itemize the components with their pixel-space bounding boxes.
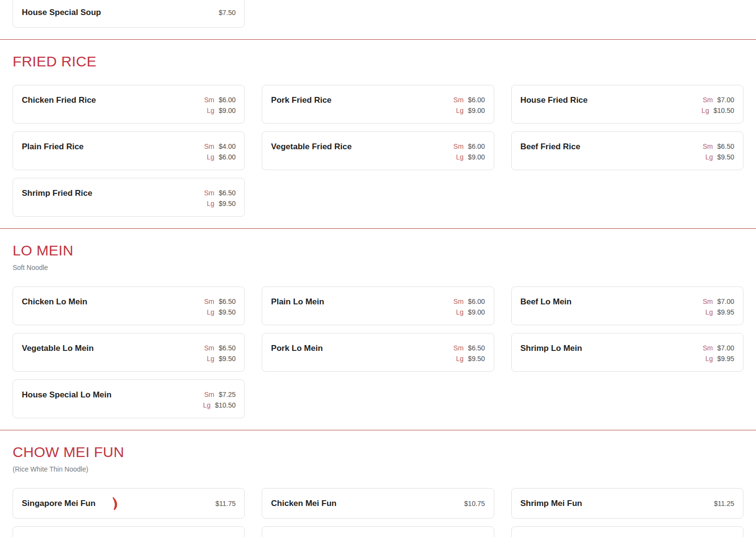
menu-grid: House Special Soup$7.50 (13, 0, 743, 28)
menu-item-card[interactable]: Vegetable Lo MeinSm$6.50Lg$9.50 (13, 333, 245, 372)
menu-item-prices: Sm$6.00Lg$9.00 (199, 95, 236, 116)
menu-item-title-wrap: Vegetable Fried Rice (271, 141, 351, 153)
size-label-sm: Sm (454, 96, 464, 104)
menu-item-prices: Sm$6.50Lg$9.50 (199, 296, 236, 317)
menu-item-title-wrap: Shrimp Mei Fun (520, 498, 583, 509)
price-line-sm: Sm$6.50 (204, 188, 236, 198)
section-content: House Special Soup$7.50 (0, 0, 756, 28)
menu-section-chow-mei-fun: CHOW MEI FUN(Rice White Thin Noodle)Sing… (0, 430, 756, 537)
menu-grid: Chicken Lo MeinSm$6.50Lg$9.50Plain Lo Me… (13, 286, 743, 418)
size-label-sm: Sm (204, 189, 214, 197)
price-line-lg: Lg$9.00 (454, 307, 485, 317)
size-label-lg: Lg (705, 355, 713, 363)
menu-item-price-lg: $9.50 (468, 355, 485, 363)
menu-grid: Chicken Fried RiceSm$6.00Lg$9.00Pork Fri… (13, 85, 743, 217)
menu-item-price-sm: $6.50 (468, 344, 485, 352)
menu-item-price: $7.50 (219, 7, 236, 18)
size-label-sm: Sm (204, 344, 214, 352)
price-line-lg: Lg$9.50 (204, 307, 236, 317)
menu-item-name: Plain Fried Rice (22, 141, 84, 153)
size-label-sm: Sm (703, 344, 713, 352)
section-divider (0, 430, 756, 430)
menu-item-price: $11.75 (216, 498, 236, 509)
size-label-lg: Lg (203, 401, 211, 409)
menu-item-prices: Sm$6.50Lg$9.50 (199, 343, 236, 364)
size-label-sm: Sm (204, 391, 214, 398)
size-label-lg: Lg (207, 355, 215, 363)
menu-item-card[interactable]: Pork Fried RiceSm$6.00Lg$9.00 (262, 85, 494, 124)
menu-item-card[interactable]: Singapore Mei Fun$11.75 (13, 488, 245, 519)
menu-item-price-sm: $6.50 (717, 142, 734, 150)
menu-item-card[interactable] (511, 526, 743, 537)
menu-item-title-wrap: Vegetable Lo Mein (22, 343, 94, 354)
price-line-lg: Lg$9.50 (204, 198, 236, 209)
menu-item-title-wrap: House Special Soup (22, 7, 101, 18)
menu-item-name: Chicken Mei Fun (271, 498, 336, 509)
menu-item-price-lg: $9.00 (468, 107, 485, 114)
size-label-sm: Sm (204, 96, 214, 104)
menu-item-name: Pork Fried Rice (271, 95, 331, 106)
menu-item-card[interactable]: Chicken Fried RiceSm$6.00Lg$9.00 (13, 85, 245, 124)
price-line-sm: Sm$6.00 (454, 296, 485, 307)
menu-grid: Singapore Mei Fun$11.75Chicken Mei Fun$1… (13, 488, 743, 537)
size-label-sm: Sm (204, 298, 214, 305)
menu-item-card[interactable]: Vegetable Fried RiceSm$6.00Lg$9.00 (262, 131, 494, 170)
menu-item-price-sm: $7.00 (717, 298, 734, 305)
price-line-lg: Lg$9.50 (454, 353, 485, 364)
menu-item-name: House Special Lo Mein (22, 389, 111, 401)
menu-item-card[interactable]: Shrimp Fried RiceSm$6.50Lg$9.50 (13, 178, 245, 217)
menu-item-title-wrap: Plain Lo Mein (271, 296, 324, 308)
menu-item-card[interactable]: House Special Lo MeinSm$7.25Lg$10.50 (13, 379, 245, 418)
menu-item-title-wrap: Plain Fried Rice (22, 141, 84, 153)
menu-item-price-lg: $10.50 (713, 107, 734, 114)
menu-item-card[interactable]: Chicken Lo MeinSm$6.50Lg$9.50 (13, 286, 245, 325)
menu-item-price-sm: $6.00 (468, 96, 485, 104)
menu-item-prices: $10.75 (459, 498, 485, 509)
menu-item-card[interactable]: Shrimp Lo MeinSm$7.00Lg$9.95 (511, 333, 743, 372)
menu-item-title-wrap: Shrimp Fried Rice (22, 188, 92, 199)
section-title: FRIED RICE (13, 53, 743, 70)
size-label-sm: Sm (703, 96, 713, 104)
menu-item-card[interactable]: Beef Lo MeinSm$7.00Lg$9.95 (511, 286, 743, 325)
menu-root: House Special Soup$7.50FRIED RICEChicken… (0, 0, 756, 537)
price-line-sm: Sm$6.00 (454, 95, 485, 105)
menu-item-title-wrap: Beef Lo Mein (520, 296, 572, 308)
size-label-lg: Lg (207, 308, 215, 316)
section-divider (0, 39, 756, 40)
menu-item-card[interactable]: House Fried RiceSm$7.00Lg$10.50 (511, 85, 743, 124)
menu-item-title-wrap: Chicken Mei Fun (271, 498, 336, 509)
menu-item-price-lg: $9.95 (717, 308, 734, 316)
menu-item-title-wrap: House Special Lo Mein (22, 389, 111, 401)
menu-item-name: Chicken Fried Rice (22, 95, 96, 106)
menu-item-prices: Sm$7.00Lg$10.50 (697, 95, 734, 116)
menu-item-card[interactable] (13, 526, 245, 537)
price-line-sm: Sm$6.50 (703, 141, 734, 152)
menu-item-title-wrap: Shrimp Lo Mein (520, 343, 583, 354)
menu-page: House Special Soup$7.50FRIED RICEChicken… (0, 0, 756, 537)
menu-item-price-sm: $6.00 (219, 96, 236, 104)
size-label-lg: Lg (456, 107, 464, 114)
price-line-lg: Lg$9.50 (204, 353, 236, 364)
menu-item-prices: Sm$6.50Lg$9.50 (449, 343, 485, 364)
menu-item-prices: Sm$4.00Lg$6.00 (199, 141, 236, 162)
menu-item-card[interactable]: House Special Soup$7.50 (13, 0, 245, 28)
menu-item-card[interactable]: Shrimp Mei Fun$11.25 (511, 488, 743, 519)
menu-item-name: Chicken Lo Mein (22, 296, 87, 308)
menu-item-card[interactable]: Pork Lo MeinSm$6.50Lg$9.50 (262, 333, 494, 372)
size-label-lg: Lg (702, 107, 709, 114)
menu-item-name: Plain Lo Mein (271, 296, 324, 308)
section-subtitle: (Rice White Thin Noodle) (13, 465, 743, 474)
menu-item-prices: Sm$6.00Lg$9.00 (449, 141, 485, 162)
size-label-lg: Lg (456, 153, 464, 161)
menu-item-card[interactable]: Plain Fried RiceSm$4.00Lg$6.00 (13, 131, 245, 170)
menu-item-card[interactable]: Plain Lo MeinSm$6.00Lg$9.00 (262, 286, 494, 325)
menu-item-card[interactable] (262, 526, 494, 537)
menu-item-price: $10.75 (464, 498, 485, 509)
menu-item-price-sm: $6.00 (468, 298, 485, 305)
menu-item-card[interactable]: Chicken Mei Fun$10.75 (262, 488, 494, 519)
menu-item-price-sm: $6.00 (468, 142, 485, 150)
menu-item-card[interactable]: Beef Fried RiceSm$6.50Lg$9.50 (511, 131, 743, 170)
price-line-sm: Sm$6.50 (204, 296, 236, 307)
price-line-sm: Sm$4.00 (204, 141, 236, 152)
size-label-sm: Sm (454, 142, 464, 150)
